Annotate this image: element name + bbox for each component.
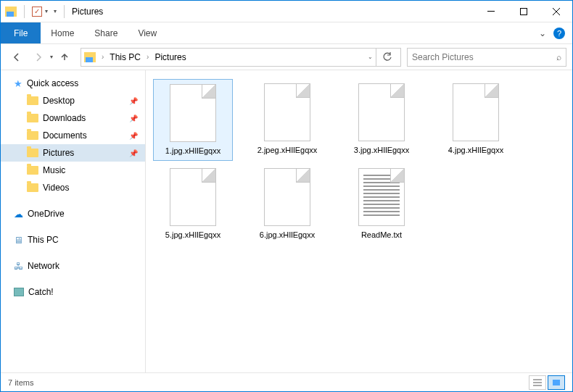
file-grid[interactable]: 1.jpg.xHIlEgqxx2.jpeg.xHIlEgqxx3.jpg.xHI… <box>146 70 572 372</box>
crumb-this-pc[interactable]: This PC <box>107 52 144 62</box>
file-item[interactable]: ReadMe.txt <box>342 164 421 244</box>
network-icon: 🖧 <box>14 261 23 272</box>
folder-icon <box>27 114 38 122</box>
close-button[interactable] <box>540 1 572 22</box>
blank-file-icon <box>170 168 216 226</box>
sidebar-quick-access[interactable]: ★ Quick access <box>1 75 145 92</box>
cloud-icon: ☁ <box>14 209 23 220</box>
file-name: 4.jpg.xHIlEgqxx <box>448 146 503 155</box>
statusbar: 7 items <box>1 372 572 391</box>
location-icon <box>84 52 96 62</box>
sidebar-item-music[interactable]: Music <box>1 162 145 179</box>
file-name: 5.jpg.xHIlEgqxx <box>165 230 220 240</box>
blank-file-icon <box>453 83 499 141</box>
file-name: ReadMe.txt <box>361 230 402 240</box>
sidebar-item-videos[interactable]: Videos <box>1 179 145 196</box>
sidebar: ★ Quick access Desktop📌Downloads📌Documen… <box>1 70 146 372</box>
breadcrumb-dropdown-icon[interactable]: ⌄ <box>368 54 373 60</box>
pin-icon: 📌 <box>129 149 138 157</box>
blank-file-icon <box>264 168 310 226</box>
sidebar-item-desktop[interactable]: Desktop📌 <box>1 92 145 109</box>
breadcrumb[interactable]: › This PC › Pictures ⌄ <box>81 48 401 67</box>
details-view-button[interactable] <box>529 375 546 390</box>
search-icon: ⌕ <box>556 52 561 62</box>
explorer-icon <box>5 7 17 17</box>
navbar: ▾ › This PC › Pictures ⌄ Search Pictures… <box>1 44 572 70</box>
file-item[interactable]: 3.jpg.xHIlEgqxx <box>342 79 421 161</box>
icons-view-button[interactable] <box>548 375 565 390</box>
properties-icon[interactable]: ✓ <box>32 7 42 17</box>
sidebar-item-label: Music <box>43 165 65 175</box>
chevron-right-icon[interactable]: › <box>99 53 107 61</box>
sidebar-onedrive[interactable]: ☁ OneDrive <box>1 205 145 222</box>
search-placeholder: Search Pictures <box>412 52 474 62</box>
star-icon: ★ <box>14 78 22 89</box>
tab-share[interactable]: Share <box>84 22 128 43</box>
chevron-right-icon[interactable]: › <box>144 53 152 61</box>
tab-view[interactable]: View <box>128 22 167 43</box>
folder-icon <box>27 183 38 192</box>
text-file-icon <box>358 168 405 226</box>
refresh-button[interactable] <box>376 49 397 66</box>
forward-button[interactable] <box>28 47 49 67</box>
folder-icon <box>27 96 38 105</box>
pin-icon: 📌 <box>129 114 138 122</box>
history-dropdown-icon[interactable]: ▾ <box>50 54 53 60</box>
pin-icon: 📌 <box>129 132 138 140</box>
ribbon: File Home Share View ⌄ ? <box>1 22 572 44</box>
maximize-button[interactable] <box>507 1 540 22</box>
file-name: 6.jpg.xHIlEgqxx <box>260 230 315 240</box>
file-item[interactable]: 4.jpg.xHIlEgqxx <box>436 79 516 161</box>
separator <box>24 5 25 18</box>
sidebar-item-label: Videos <box>43 183 69 193</box>
sidebar-item-downloads[interactable]: Downloads📌 <box>1 109 145 127</box>
item-count: 7 items <box>8 378 33 387</box>
folder-icon <box>27 166 38 175</box>
minimize-button[interactable] <box>474 1 507 22</box>
crumb-pictures[interactable]: Pictures <box>152 52 189 62</box>
search-input[interactable]: Search Pictures ⌕ <box>407 48 566 67</box>
ribbon-expand-icon[interactable]: ⌄ <box>539 28 546 38</box>
sidebar-item-documents[interactable]: Documents📌 <box>1 127 145 144</box>
folder-icon <box>27 131 38 140</box>
pc-icon: 🖥 <box>14 235 23 246</box>
file-item[interactable]: 1.jpg.xHIlEgqxx <box>153 79 233 161</box>
sidebar-catch[interactable]: Catch! <box>1 283 145 301</box>
file-tab[interactable]: File <box>1 22 41 43</box>
back-button[interactable] <box>7 47 27 67</box>
window-title: Pictures <box>72 7 103 17</box>
sidebar-item-label: Documents <box>43 130 87 141</box>
pin-icon: 📌 <box>129 97 138 105</box>
sidebar-item-label: Pictures <box>43 148 74 158</box>
file-item[interactable]: 2.jpeg.xHIlEgqxx <box>247 79 327 161</box>
up-button[interactable] <box>54 47 75 67</box>
file-item[interactable]: 5.jpg.xHIlEgqxx <box>153 164 233 244</box>
svg-rect-0 <box>487 11 495 12</box>
sidebar-label: Quick access <box>27 78 78 88</box>
sidebar-this-pc[interactable]: 🖥 This PC <box>1 231 145 249</box>
blank-file-icon <box>358 83 405 141</box>
qat-overflow-icon[interactable]: ▾ <box>54 8 57 14</box>
help-icon[interactable]: ? <box>553 28 565 39</box>
sidebar-label: OneDrive <box>28 209 65 219</box>
svg-rect-1 <box>520 8 527 14</box>
sidebar-label: Network <box>28 261 59 271</box>
sidebar-label: This PC <box>28 235 59 245</box>
sidebar-item-pictures[interactable]: Pictures📌 <box>1 144 145 162</box>
file-name: 1.jpg.xHIlEgqxx <box>165 146 220 156</box>
file-name: 3.jpg.xHIlEgqxx <box>354 146 409 155</box>
svg-rect-2 <box>553 380 560 385</box>
sidebar-network[interactable]: 🖧 Network <box>1 257 145 275</box>
blank-file-icon <box>264 83 310 141</box>
separator <box>64 5 65 18</box>
sidebar-item-label: Downloads <box>43 113 86 123</box>
folder-icon <box>27 149 38 157</box>
titlebar: ✓ ▾ ▾ Pictures <box>1 1 572 22</box>
sidebar-item-label: Desktop <box>43 96 75 106</box>
qat-dropdown-icon[interactable]: ▾ <box>45 8 48 14</box>
file-item[interactable]: 6.jpg.xHIlEgqxx <box>247 164 327 244</box>
blank-file-icon <box>170 84 216 142</box>
tab-home[interactable]: Home <box>41 22 84 43</box>
file-name: 2.jpeg.xHIlEgqxx <box>257 146 318 155</box>
catch-icon <box>14 288 24 296</box>
